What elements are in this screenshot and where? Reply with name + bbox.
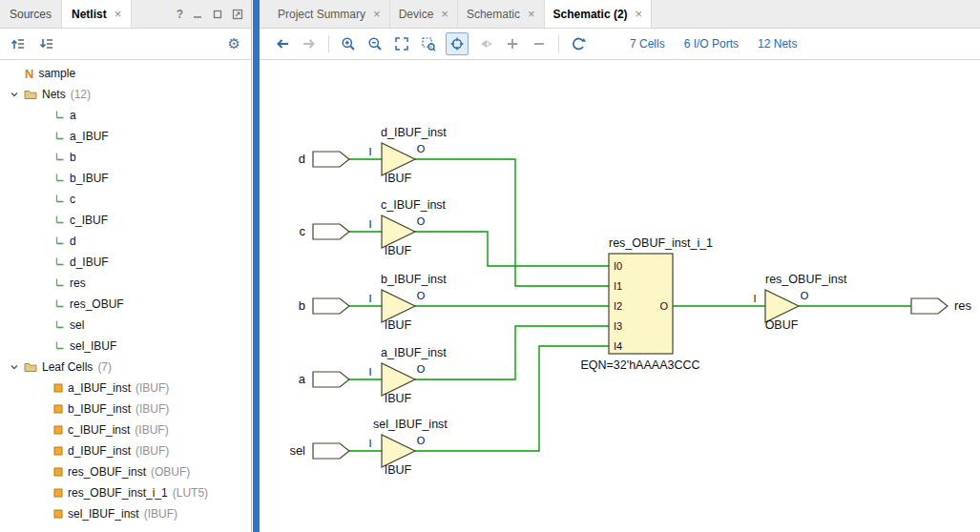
tab-device[interactable]: Device× — [390, 0, 458, 28]
minimize-icon[interactable] — [192, 9, 203, 20]
tree-item-net[interactable]: d_IBUF — [0, 252, 251, 273]
pin-label-i: I — [368, 146, 371, 157]
zoom-out-icon[interactable] — [365, 34, 385, 53]
close-icon[interactable]: × — [115, 8, 122, 20]
instance-label: sel_IBUF_inst — [373, 418, 448, 431]
tree-item-net[interactable]: d — [0, 231, 251, 252]
chevron-down-icon[interactable] — [10, 90, 19, 99]
port-label: c — [300, 224, 306, 238]
obuf-cell[interactable]: res_OBUF_inst I O OBUF — [753, 273, 847, 332]
toolbar-separator — [328, 35, 329, 52]
zoom-in-icon[interactable] — [339, 34, 358, 53]
net-icon — [53, 340, 65, 352]
forward-icon[interactable] — [300, 34, 319, 53]
pin-label-i: I — [368, 218, 371, 230]
add-icon[interactable] — [503, 34, 522, 53]
folder-icon — [24, 89, 37, 100]
tab-schematic-2[interactable]: Schematic (2)× — [545, 0, 653, 28]
tree-item-cell[interactable]: res_OBUF_inst_i_1(LUT5) — [0, 482, 251, 503]
tree-item-net[interactable]: sel_IBUF — [0, 336, 251, 357]
close-icon[interactable]: × — [528, 8, 535, 20]
tree-item-net[interactable]: c_IBUF — [0, 210, 251, 231]
ibuf-cell-d[interactable]: d_IBUF_inst I O IBUF — [368, 126, 447, 185]
zoom-fit-icon[interactable] — [392, 34, 411, 53]
gear-icon[interactable]: ⚙ — [228, 37, 240, 51]
cell-icon — [53, 509, 63, 519]
maximize-icon[interactable] — [232, 9, 243, 20]
ibuf-cell-c[interactable]: c_IBUF_inst I O IBUF — [368, 198, 446, 257]
schematic-canvas[interactable]: d c b a sel — [260, 60, 980, 532]
tree-item-net[interactable]: a_IBUF — [0, 126, 251, 147]
tree-item-cell[interactable]: d_IBUF_inst(IBUF) — [0, 440, 251, 461]
net-icon — [53, 194, 65, 205]
tree-group-leaf-cells[interactable]: Leaf Cells (7) — [0, 357, 251, 378]
ibuf-cell-a[interactable]: a_IBUF_inst I O IBUF — [368, 346, 447, 405]
net-icon — [53, 173, 65, 184]
pin-label-i2: I2 — [614, 300, 622, 312]
tree-item-sample[interactable]: N sample — [0, 63, 251, 84]
input-port-c[interactable]: c — [300, 224, 350, 239]
cell-icon — [53, 446, 63, 456]
tab-netlist[interactable]: Netlist × — [62, 0, 132, 28]
regenerate-icon[interactable] — [569, 34, 588, 53]
ibuf-cell-b[interactable]: b_IBUF_inst I O IBUF — [368, 273, 447, 332]
panel-divider[interactable] — [253, 0, 260, 532]
expand-cone-icon[interactable] — [476, 34, 495, 53]
tree-item-net[interactable]: sel — [0, 315, 251, 336]
tab-schematic[interactable]: Schematic× — [458, 0, 545, 28]
cell-icon — [53, 404, 63, 414]
schematic-stats: 7 Cells 6 I/O Ports 12 Nets — [630, 37, 797, 51]
input-port-b[interactable]: b — [299, 298, 349, 314]
chevron-down-icon[interactable] — [10, 362, 19, 372]
ibuf-cell-sel[interactable]: sel_IBUF_inst I O IBUF — [368, 418, 448, 477]
close-icon[interactable]: × — [373, 8, 381, 20]
tab-sources[interactable]: Sources — [0, 0, 62, 28]
help-icon[interactable]: ? — [177, 8, 183, 21]
schematic-toolbar: 7 Cells 6 I/O Ports 12 Nets — [260, 29, 980, 60]
tree-item-net[interactable]: a — [0, 105, 251, 126]
net-icon — [53, 215, 65, 226]
tree-item-net[interactable]: res_OBUF — [0, 294, 251, 315]
io-ports-count: 6 I/O Ports — [684, 37, 739, 51]
net-wire-c-ibuf[interactable] — [415, 232, 609, 266]
close-icon[interactable]: × — [636, 8, 643, 20]
tab-project-summary[interactable]: Project Summary× — [269, 0, 390, 28]
tree-item-net[interactable]: res — [0, 273, 251, 294]
output-port-res[interactable]: res — [911, 298, 972, 314]
remove-icon[interactable] — [530, 34, 549, 53]
expand-all-icon[interactable] — [39, 36, 54, 51]
vivado-window: Sources Netlist × ? ⚙ N sample — [0, 0, 980, 532]
input-port-a[interactable]: a — [299, 372, 349, 387]
close-icon[interactable]: × — [441, 8, 448, 20]
cell-icon — [53, 425, 63, 435]
cell-icon — [53, 467, 63, 477]
tree-group-nets[interactable]: Nets (12) — [0, 84, 251, 105]
tree-item-net[interactable]: c — [0, 189, 251, 210]
netlist-icon: N — [25, 67, 33, 81]
zoom-selection-icon[interactable] — [419, 34, 438, 53]
float-icon[interactable] — [212, 9, 223, 20]
tree-item-cell[interactable]: res_OBUF_inst(OBUF) — [0, 461, 251, 482]
input-port-sel[interactable]: sel — [289, 443, 349, 459]
tree-item-net[interactable]: b — [0, 147, 251, 168]
collapse-all-icon[interactable] — [10, 36, 26, 51]
pin-label-o: O — [417, 215, 426, 227]
autofit-selection-icon[interactable] — [446, 32, 469, 55]
cell-type-label: IBUF — [385, 463, 412, 477]
instance-label: res_OBUF_inst_i_1 — [609, 236, 713, 250]
net-wire-d-ibuf[interactable] — [415, 159, 609, 286]
tree-item-cell[interactable]: b_IBUF_inst(IBUF) — [0, 399, 251, 419]
port-label: res — [954, 298, 972, 313]
back-icon[interactable] — [273, 34, 292, 53]
net-icon — [53, 110, 65, 121]
tree-item-cell[interactable]: sel_IBUF_inst(IBUF) — [0, 503, 251, 524]
lut5-cell[interactable]: res_OBUF_inst_i_1 I0 I1 I2 I3 I4 O EQN=3… — [580, 236, 713, 372]
tree-item-cell[interactable]: a_IBUF_inst(IBUF) — [0, 378, 251, 399]
input-port-d[interactable]: d — [299, 152, 349, 167]
tree-item-cell[interactable]: c_IBUF_inst(IBUF) — [0, 419, 251, 440]
pin-label-i: I — [368, 366, 371, 378]
net-icon — [53, 319, 65, 331]
tree-item-net[interactable]: b_IBUF — [0, 168, 251, 189]
equation-label: EQN=32'hAAAA3CCC — [580, 358, 699, 372]
instance-label: a_IBUF_inst — [381, 346, 447, 359]
